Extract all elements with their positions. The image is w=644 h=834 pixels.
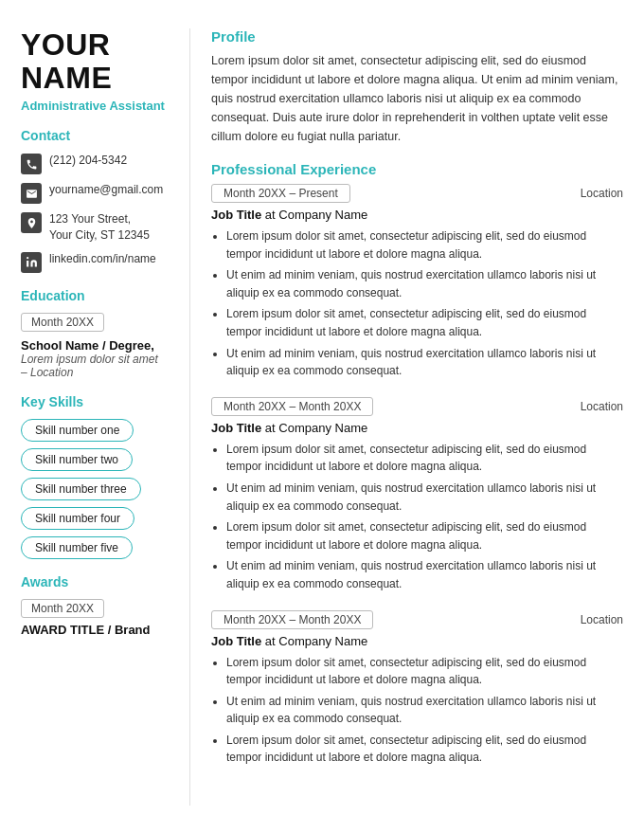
award-title: AWARD TITLE / Brand xyxy=(21,623,172,637)
exp-entry-2: Month 20XX – Month 20XX Location Job Tit… xyxy=(211,610,623,768)
bullet-0-2: Lorem ipsum dolor sit amet, consectetur … xyxy=(226,305,623,340)
profile-section: Profile Lorem ipsum dolor sit amet, cons… xyxy=(211,28,623,146)
name-block: YOUR NAME Administrative Assistant xyxy=(21,28,172,113)
bullet-1-2: Lorem ipsum dolor sit amet, consectetur … xyxy=(226,518,623,553)
address-icon xyxy=(21,212,42,233)
bullet-1-1: Ut enim ad minim veniam, quis nostrud ex… xyxy=(226,480,623,515)
awards-section-title: Awards xyxy=(21,574,172,589)
email-text: yourname@gmail.com xyxy=(49,182,163,198)
email-icon xyxy=(21,183,42,204)
education-date-badge: Month 20XX xyxy=(21,313,104,332)
skills-list: Skill number one Skill number two Skill … xyxy=(21,419,172,559)
linkedin-icon xyxy=(21,252,42,273)
bullet-1-3: Ut enim ad minim veniam, quis nostrud ex… xyxy=(226,557,623,592)
skill-badge-3: Skill number four xyxy=(21,507,134,530)
experience-section: Professional Experience Month 20XX – Pre… xyxy=(211,161,623,767)
skill-badge-2: Skill number three xyxy=(21,478,141,500)
address-text: 123 Your Street,Your City, ST 12345 xyxy=(49,211,150,244)
skill-badge-1: Skill number two xyxy=(21,448,133,471)
bullet-2-0: Lorem ipsum dolor sit amet, consectetur … xyxy=(226,654,623,689)
exp-header-0: Month 20XX – Present Location xyxy=(211,184,623,203)
svg-point-0 xyxy=(27,258,28,260)
exp-location-1: Location xyxy=(581,400,623,413)
exp-job-title-2: Job Title at Company Name xyxy=(211,634,623,648)
contact-section-title: Contact xyxy=(21,128,172,143)
exp-header-2: Month 20XX – Month 20XX Location xyxy=(211,610,623,629)
name-display: YOUR NAME xyxy=(21,28,172,95)
exp-header-1: Month 20XX – Month 20XX Location xyxy=(211,397,623,416)
sidebar: YOUR NAME Administrative Assistant Conta… xyxy=(0,28,189,806)
exp-job-title-0: Job Title at Company Name xyxy=(211,208,623,222)
bullet-2-2: Lorem ipsum dolor sit amet, consectetur … xyxy=(226,732,623,767)
exp-entry-0: Month 20XX – Present Location Job Title … xyxy=(211,184,623,380)
linkedin-text: linkedin.com/in/name xyxy=(49,251,156,267)
exp-bullets-2: Lorem ipsum dolor sit amet, consectetur … xyxy=(226,654,623,768)
skills-section-title: Key Skills xyxy=(21,394,172,409)
exp-date-1: Month 20XX – Month 20XX xyxy=(211,397,373,416)
contact-phone: (212) 204-5342 xyxy=(21,153,172,174)
exp-date-2: Month 20XX – Month 20XX xyxy=(211,610,373,629)
exp-location-2: Location xyxy=(581,613,623,626)
phone-icon xyxy=(21,154,42,174)
bullet-0-3: Ut enim ad minim veniam, quis nostrud ex… xyxy=(226,345,623,380)
experience-section-title: Professional Experience xyxy=(211,161,623,177)
profile-section-title: Profile xyxy=(211,28,623,45)
phone-text: (212) 204-5342 xyxy=(49,153,127,169)
contact-email: yourname@gmail.com xyxy=(21,182,172,204)
bullet-0-0: Lorem ipsum dolor sit amet, consectetur … xyxy=(226,227,623,263)
main-content: Profile Lorem ipsum dolor sit amet, cons… xyxy=(189,28,644,806)
profile-text: Lorem ipsum dolor sit amet, consectetur … xyxy=(211,51,623,146)
exp-entry-1: Month 20XX – Month 20XX Location Job Tit… xyxy=(211,397,623,593)
contact-linkedin: linkedin.com/in/name xyxy=(21,251,172,273)
skill-badge-4: Skill number five xyxy=(21,536,133,559)
exp-location-0: Location xyxy=(581,187,623,200)
skill-badge-0: Skill number one xyxy=(21,419,134,442)
bullet-0-1: Ut enim ad minim veniam, quis nostrud ex… xyxy=(226,266,623,301)
award-date-badge: Month 20XX xyxy=(21,599,104,618)
exp-job-title-1: Job Title at Company Name xyxy=(211,421,623,435)
awards-section: Awards Month 20XX AWARD TITLE / Brand xyxy=(21,574,172,637)
job-title: Administrative Assistant xyxy=(21,99,172,113)
exp-bullets-0: Lorem ipsum dolor sit amet, consectetur … xyxy=(226,227,623,380)
exp-date-0: Month 20XX – Present xyxy=(211,184,350,203)
education-school: School Name / Degree, xyxy=(21,338,172,353)
exp-bullets-1: Lorem ipsum dolor sit amet, consectetur … xyxy=(226,441,623,593)
bullet-1-0: Lorem ipsum dolor sit amet, consectetur … xyxy=(226,441,623,476)
bullet-2-1: Ut enim ad minim veniam, quis nostrud ex… xyxy=(226,693,623,728)
education-section-title: Education xyxy=(21,288,172,303)
education-detail: Lorem ipsum dolor sit amet – Location xyxy=(21,353,172,379)
contact-address: 123 Your Street,Your City, ST 12345 xyxy=(21,211,172,244)
